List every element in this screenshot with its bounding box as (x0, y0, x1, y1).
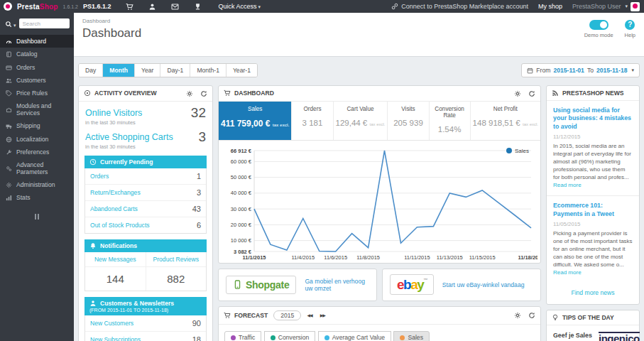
search-icon[interactable]: ▾ (5, 17, 16, 30)
range-year-1-button[interactable]: Year-1 (227, 64, 257, 77)
svg-text:11/1/2015: 11/1/2015 (243, 254, 266, 261)
sidebar-item-price-rules[interactable]: Price Rules (0, 87, 74, 99)
legend-dot (506, 148, 512, 153)
sidebar-item-dashboard[interactable]: Dashboard (0, 35, 74, 48)
read-more-link[interactable]: Read more (553, 182, 582, 188)
person-icon (89, 300, 97, 307)
kpi-tab-visits[interactable]: Visits205 939 (388, 102, 429, 140)
sidebar-item-catalog[interactable]: Catalog (0, 48, 74, 60)
chart-legend-sales[interactable]: Sales (506, 148, 529, 154)
dashboard-panel: DASHBOARD Sales411 759,00 € tax excl. Or… (218, 85, 541, 264)
news-article-title[interactable]: Using social media for your business: 4 … (553, 107, 633, 131)
messages-icon[interactable] (171, 2, 179, 10)
sidebar-item-administration[interactable]: Administration (0, 178, 74, 191)
panel-settings-icon[interactable] (514, 311, 521, 319)
kpi-tab-sales[interactable]: Sales411 759,00 € tax excl. (219, 102, 292, 140)
toggle-conversion[interactable]: Conversion (264, 331, 315, 341)
sidebar-item-customers[interactable]: Customers (0, 74, 74, 87)
range-day-1-button[interactable]: Day-1 (160, 64, 190, 77)
user-menu[interactable]: PrestaShop User▾ (572, 2, 640, 11)
panel-refresh-icon[interactable] (200, 90, 207, 97)
sidebar-item-localization[interactable]: Localization (0, 132, 74, 145)
new-customers-link[interactable]: New Customers (90, 320, 133, 327)
new-messages-link[interactable]: New Messages (85, 252, 146, 267)
pending-returns-link[interactable]: Return/Exchanges (90, 189, 141, 196)
wrench-icon (6, 148, 12, 156)
app-root: PrestaShop 1.6.1.2 PS1.6.1.2 Quick Acces… (0, 0, 644, 341)
kpi-tab-cart-value[interactable]: Cart Value129,44 € tax excl. (334, 102, 388, 140)
brand-version: 1.6.1.2 (63, 4, 78, 9)
ebay-promo-link[interactable]: Start uw eBay-winkel vandaag (442, 281, 525, 288)
sidebar-item-shipping[interactable]: Shipping (0, 119, 74, 132)
sidebar-item-advanced-parameters[interactable]: Advanced Parameters (0, 158, 74, 178)
out-of-stock-link[interactable]: Out of Stock Products (90, 222, 150, 229)
active-carts-stat: Active Shopping Carts in the last 30 min… (79, 126, 212, 150)
date-range-picker[interactable]: From 2015-11-01 To 2015-11-18 ▾ (521, 63, 640, 77)
range-year-button[interactable]: Year (135, 64, 160, 77)
panel-refresh-icon[interactable] (528, 311, 535, 319)
kpi-tab-orders[interactable]: Orders3 181 (292, 102, 333, 140)
customers-row: New Customers90 (85, 315, 206, 332)
cart-icon (224, 90, 231, 97)
target-icon (84, 90, 91, 97)
range-month-1-button[interactable]: Month-1 (190, 64, 227, 77)
trophy-icon[interactable] (194, 2, 202, 10)
to-date: 2015-11-18 (596, 67, 628, 74)
range-month-button[interactable]: Month (103, 64, 135, 77)
active-carts-link[interactable]: Active Shopping Carts (85, 132, 173, 142)
quick-access-menu[interactable]: Quick Access▾ (219, 3, 261, 10)
find-more-news-link[interactable]: Find more news (547, 283, 639, 304)
pending-orders-link[interactable]: Orders (90, 173, 109, 180)
read-more-link[interactable]: Read more (553, 269, 582, 276)
svg-text:30 000 €: 30 000 € (231, 205, 252, 212)
online-visitors-value: 32 (191, 106, 206, 119)
news-article-excerpt: Picking a payment provider is one of the… (553, 230, 633, 268)
kpi-tab-net-profit[interactable]: Net Profit148 918,51 € tax excl. (471, 102, 540, 140)
tips-of-the-day-panel: TIPS OF THE DAY Geef je Sales in het bui… (546, 310, 640, 341)
sidebar-collapse-button[interactable] (0, 214, 74, 220)
sidebar-item-stats[interactable]: Stats (0, 191, 74, 204)
svg-text:11/18/2015: 11/18/2015 (518, 254, 537, 261)
svg-text:11/4/2015: 11/4/2015 (291, 254, 315, 261)
sales-chart: 66 912 €60 000 €50 000 €40 000 €30 000 €… (219, 141, 540, 263)
sidebar-item-modules[interactable]: Modules and Services (0, 99, 74, 119)
forecast-prev-button[interactable]: ◀◀ (305, 313, 314, 318)
forecast-panel: FORECAST 2015 ◀◀ ▶▶ Traffic Conversion A… (218, 306, 541, 341)
my-shop-link[interactable]: My shop (538, 3, 562, 10)
user-avatar (631, 2, 640, 11)
new-subscriptions-link[interactable]: New Subscriptions (90, 336, 141, 341)
rss-icon (552, 90, 559, 97)
search-input[interactable] (19, 18, 70, 28)
sidebar-item-preferences[interactable]: Preferences (0, 146, 74, 158)
news-article-title[interactable]: Ecommerce 101: Payments in a Tweet (553, 202, 633, 218)
help-control: ? Help (625, 20, 635, 38)
kpi-tab-conversion-rate[interactable]: Conversion Rate1.54% (430, 102, 471, 140)
pending-row: Return/Exchanges3 (85, 185, 206, 201)
panel-refresh-icon[interactable] (528, 90, 535, 97)
gear-icon (6, 181, 12, 188)
forecast-next-button[interactable]: ▶▶ (318, 313, 327, 318)
panel-settings-icon[interactable] (514, 90, 521, 97)
toggle-sales[interactable]: Sales (393, 331, 430, 341)
prestashop-news-panel: PRESTASHOP NEWS Using social media for y… (546, 85, 640, 305)
profile-icon[interactable] (148, 2, 156, 10)
toggle-average-cart-value[interactable]: Average Cart Value (318, 331, 391, 341)
cart-icon[interactable] (126, 2, 133, 10)
marketplace-link[interactable]: Connect to PrestaShop Marketplace accoun… (391, 3, 528, 10)
main-area: Dashboard Dashboard Demo mode ? Help Day… (74, 13, 644, 341)
range-day-button[interactable]: Day (79, 64, 103, 77)
page-header: Dashboard Dashboard Demo mode ? Help (74, 13, 644, 57)
abandoned-carts-link[interactable]: Abandoned Carts (90, 205, 138, 212)
product-reviews-link[interactable]: Product Reviews (146, 252, 207, 267)
shopgate-promo-link[interactable]: Ga mobiel en verhoog uw omzet (305, 278, 369, 292)
toggle-traffic[interactable]: Traffic (224, 331, 261, 341)
svg-text:60 000 €: 60 000 € (231, 158, 252, 165)
help-button[interactable]: ? (625, 20, 635, 30)
customers-title: Customers & Newsletters (100, 300, 174, 307)
panel-settings-icon[interactable] (186, 90, 193, 97)
sidebar-item-orders[interactable]: Orders (0, 60, 74, 73)
online-visitors-link[interactable]: Online Visitors (85, 108, 142, 118)
news-article-excerpt: In 2015, social media are an integral pa… (553, 143, 631, 180)
svg-text:11/13/2015: 11/13/2015 (437, 254, 463, 261)
demo-mode-toggle[interactable] (589, 20, 608, 30)
